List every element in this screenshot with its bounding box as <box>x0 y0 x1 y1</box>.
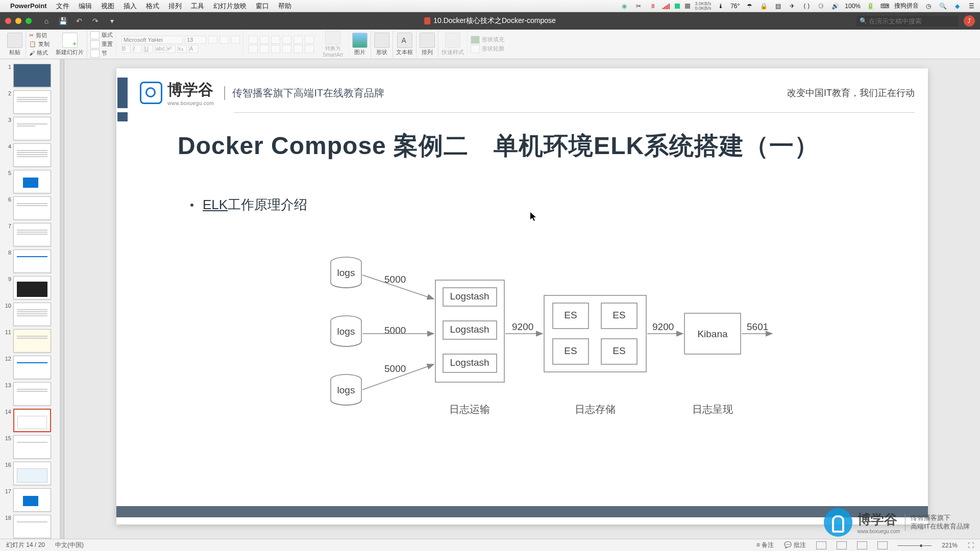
slide-thumb-10[interactable] <box>13 303 51 326</box>
italic-icon[interactable]: I <box>133 45 142 53</box>
lock-icon[interactable]: 🔒 <box>759 3 768 10</box>
slide-thumb-2[interactable] <box>13 90 51 114</box>
superscript-icon[interactable]: x² <box>166 45 176 53</box>
umbrella-icon[interactable]: ☂ <box>745 3 754 10</box>
slide-thumb-15[interactable] <box>13 435 51 459</box>
strike-icon[interactable]: abc <box>155 45 164 53</box>
chat-icon[interactable]: ◆ <box>952 3 962 10</box>
align-justify-icon[interactable] <box>282 45 291 53</box>
slide-thumb-9[interactable] <box>13 276 51 299</box>
menu-tools[interactable]: 工具 <box>191 2 204 11</box>
slide-thumbnails-panel[interactable]: 1 2 3 4 5 6 7 8 9 10 11 12 13 14 15 16 1… <box>0 59 60 539</box>
reading-view-icon[interactable] <box>857 541 867 549</box>
slide-thumb-8[interactable] <box>13 249 51 273</box>
smartart-icon[interactable] <box>325 31 340 44</box>
cut-label[interactable]: 剪切 <box>36 32 47 39</box>
slide-thumb-12[interactable] <box>13 356 51 379</box>
slide-thumb-5[interactable] <box>13 170 51 193</box>
slide-thumb-14[interactable] <box>13 409 51 432</box>
menu-help[interactable]: 帮助 <box>278 2 291 11</box>
slide-thumb-16[interactable] <box>13 462 51 485</box>
app-name[interactable]: PowerPoint <box>10 2 47 10</box>
undo-icon[interactable]: ↶ <box>75 16 84 26</box>
line-spacing-icon[interactable] <box>293 36 303 44</box>
subscript-icon[interactable]: x₂ <box>178 45 187 53</box>
search-input[interactable] <box>856 16 959 27</box>
reset-label[interactable]: 重置 <box>102 40 113 48</box>
underline-icon[interactable]: U <box>144 45 153 53</box>
status-comments[interactable]: 💬 批注 <box>784 541 805 549</box>
keyboard-icon[interactable]: ⌨ <box>880 3 889 10</box>
notifications-icon[interactable]: ☰ <box>967 3 976 10</box>
home-icon[interactable]: ⌂ <box>42 16 51 26</box>
section-label[interactable]: 节 <box>102 49 107 57</box>
slide-thumb-3[interactable] <box>13 117 51 140</box>
shape-fill-label[interactable]: 形状填充 <box>482 36 504 43</box>
shape-outline-label[interactable]: 形状轮廓 <box>482 45 504 53</box>
status-notes[interactable]: ≡ 备注 <box>756 541 774 549</box>
plane-icon[interactable]: ✈ <box>788 3 797 10</box>
share-button[interactable]: ⤴ <box>964 15 975 27</box>
battery-icon[interactable]: 🔋 <box>866 3 875 10</box>
picture-icon[interactable] <box>352 33 368 48</box>
slide-thumb-11[interactable] <box>13 329 51 353</box>
slide-thumb-6[interactable] <box>13 196 51 220</box>
align-text-icon[interactable] <box>305 45 314 53</box>
sorter-view-icon[interactable] <box>837 541 847 549</box>
istat-icon[interactable]: ◉ <box>620 3 629 10</box>
normal-view-icon[interactable] <box>816 541 826 549</box>
indent-left-icon[interactable] <box>271 36 280 44</box>
textbox-icon[interactable]: A <box>397 33 412 48</box>
align-center-icon[interactable] <box>260 45 269 53</box>
indent-right-icon[interactable] <box>282 36 291 44</box>
zoom-pct[interactable]: 221% <box>942 542 958 549</box>
fit-to-window-icon[interactable]: ⛶ <box>968 542 974 549</box>
numbering-icon[interactable] <box>260 36 269 44</box>
ime-label[interactable]: 搜狗拼音 <box>894 2 919 10</box>
activity-bars-icon[interactable] <box>663 3 670 9</box>
zoom-slider[interactable]: ─────●── <box>898 542 932 549</box>
slide[interactable]: 博学谷 www.boxuegu.com 传智播客旗下高端IT在线教育品牌 改变中… <box>116 68 928 524</box>
anglebrackets-icon[interactable]: ⟨ ⟩ <box>802 3 811 10</box>
menu-edit[interactable]: 编辑 <box>79 2 92 11</box>
slide-thumb-13[interactable] <box>13 382 51 406</box>
layout-label[interactable]: 版式 <box>102 31 113 39</box>
menu-window[interactable]: 窗口 <box>256 2 269 11</box>
menu-view[interactable]: 视图 <box>101 2 114 11</box>
clock-icon[interactable]: ◷ <box>924 3 933 10</box>
clear-format-icon[interactable] <box>231 36 240 44</box>
slide-thumb-18[interactable] <box>13 515 51 538</box>
thermometer-icon[interactable]: 🌡 <box>716 3 725 10</box>
save-icon[interactable]: 💾 <box>58 16 67 26</box>
decrease-font-icon[interactable] <box>219 36 229 44</box>
menu-insert[interactable]: 插入 <box>124 2 137 11</box>
menu-arrange[interactable]: 排列 <box>168 2 182 11</box>
bold-icon[interactable]: B <box>121 45 131 53</box>
slide-thumb-17[interactable] <box>13 488 51 512</box>
bullets-icon[interactable] <box>249 36 258 44</box>
shapes-icon[interactable] <box>374 33 389 48</box>
wifi-icon[interactable]: ⚆ <box>816 3 825 10</box>
window-minimize-button[interactable] <box>15 18 21 24</box>
green-indicator-icon[interactable] <box>675 4 680 9</box>
window-zoom-button[interactable] <box>26 18 32 24</box>
font-size-input[interactable] <box>185 36 206 44</box>
columns-icon[interactable] <box>293 45 303 53</box>
text-direction-icon[interactable] <box>305 36 314 44</box>
arrange-icon[interactable] <box>420 33 435 48</box>
new-slide-icon[interactable]: ＋ <box>62 33 78 48</box>
align-left-icon[interactable] <box>249 45 258 53</box>
font-color-icon[interactable]: A <box>189 45 198 53</box>
menu-slideshow[interactable]: 幻灯片放映 <box>213 2 247 11</box>
redo-icon[interactable]: ↷ <box>91 16 100 26</box>
paste-icon[interactable] <box>7 33 22 48</box>
pause-icon[interactable]: ⏸ <box>648 3 657 10</box>
volume-icon[interactable]: 🔊 <box>830 3 840 10</box>
status-language[interactable]: 中文(中国) <box>55 541 84 549</box>
menu-file[interactable]: 文件 <box>56 2 69 11</box>
slide-thumb-4[interactable] <box>13 143 51 167</box>
qa-customize-icon[interactable]: ▾ <box>107 16 116 26</box>
gray-indicator-icon[interactable] <box>685 4 690 9</box>
scissors-icon[interactable]: ✂ <box>634 3 643 10</box>
panel-divider[interactable] <box>60 59 64 539</box>
